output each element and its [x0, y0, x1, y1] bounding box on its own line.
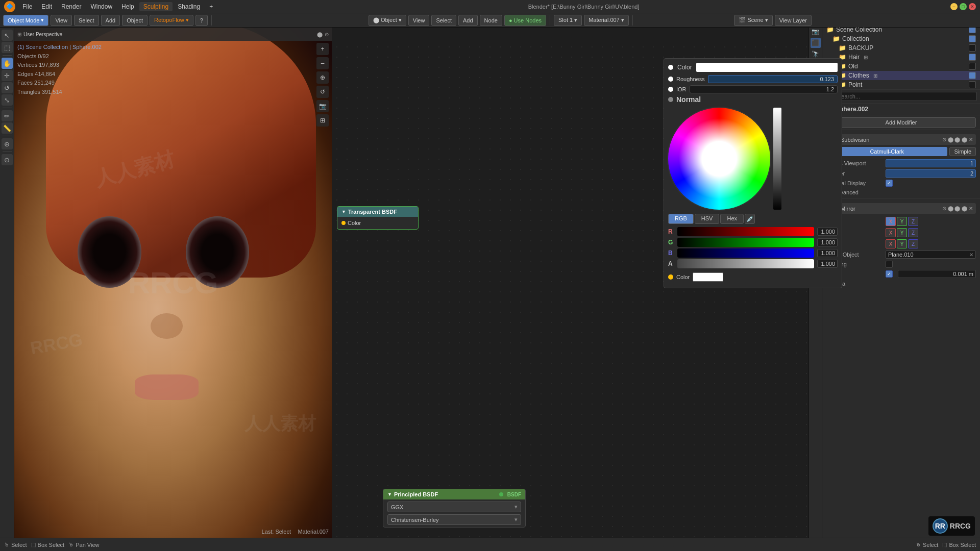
- catmull-clark-button[interactable]: Catmull-Clark: [826, 147, 947, 156]
- menu-window[interactable]: Window: [86, 2, 116, 11]
- tool-cursor[interactable]: ⊙: [2, 154, 13, 165]
- tab-rgb[interactable]: RGB: [668, 214, 694, 224]
- channel-a-bar[interactable]: [677, 259, 814, 268]
- view-menu[interactable]: View: [51, 15, 72, 26]
- menu-sculpting[interactable]: Sculpting: [139, 2, 173, 11]
- pan-btn[interactable]: ⊕: [316, 71, 329, 84]
- collection-hair[interactable]: 📁 Hair ⊞: [822, 53, 980, 62]
- add-btn2[interactable]: Add: [458, 15, 478, 26]
- channel-g-bar[interactable]: [677, 238, 814, 247]
- menu-plus[interactable]: +: [205, 2, 217, 11]
- object-mode-dropdown[interactable]: Object Mode ▾: [3, 15, 48, 26]
- tab-hex[interactable]: Hex: [720, 214, 744, 224]
- bisect-y-btn[interactable]: Y: [897, 228, 907, 237]
- flip-y-btn[interactable]: Y: [897, 239, 907, 248]
- hair-checkbox[interactable]: [969, 54, 976, 61]
- christensen-dropdown[interactable]: Christensen-Burley ▾: [387, 514, 521, 525]
- slot-dropdown[interactable]: Slot 1 ▾: [554, 15, 582, 26]
- axis-y-btn[interactable]: Y: [897, 217, 907, 226]
- object-type-btn[interactable]: ⬤ Object ▾: [369, 15, 406, 26]
- tool-rotate[interactable]: ↺: [2, 82, 13, 93]
- mirror-modifier-header[interactable]: ▾ ⊞ Mirror ⊙ ⬤ ⬤ ⬤ ✕: [826, 203, 976, 214]
- tool-select[interactable]: ↖: [2, 30, 13, 41]
- camera-btn[interactable]: 📷: [316, 100, 329, 112]
- node-editor[interactable]: Color Roughness 0.123 IOR 1.2 Normal: [332, 28, 822, 538]
- select-menu[interactable]: Select: [74, 15, 99, 26]
- help-button[interactable]: ?: [195, 15, 208, 26]
- zoom-in-btn[interactable]: +: [316, 43, 329, 55]
- roughness-value[interactable]: 0.123: [708, 75, 838, 83]
- retopo-flow[interactable]: RetopoFlow ▾: [150, 15, 193, 26]
- prop-view-icon[interactable]: 🔭: [811, 49, 821, 59]
- material-dropdown[interactable]: Material.007 ▾: [584, 15, 629, 26]
- view-layer-dropdown[interactable]: View Layer: [775, 15, 812, 26]
- tab-hsv[interactable]: HSV: [695, 214, 720, 224]
- view-btn2[interactable]: View: [408, 15, 430, 26]
- node-principled-bsdf-socket[interactable]: [499, 492, 503, 496]
- clipping-checkbox[interactable]: [886, 261, 893, 268]
- 3d-viewport[interactable]: RRCG 人人素材 RRCG 人人素材 ⊞ User Perspective ⬤…: [14, 28, 332, 538]
- use-nodes-btn[interactable]: ● Use Nodes: [504, 15, 546, 26]
- prop-output-icon[interactable]: ⬛: [811, 38, 821, 48]
- merge-value[interactable]: 0.001 m: [898, 270, 976, 278]
- orbit-btn[interactable]: ↺: [316, 86, 329, 98]
- merge-checkbox[interactable]: ✓: [886, 270, 893, 278]
- channel-b-bar[interactable]: [677, 248, 814, 258]
- ior-value[interactable]: 1.2: [690, 85, 838, 93]
- blender-logo[interactable]: 🔷: [4, 1, 15, 12]
- tool-move[interactable]: ✛: [2, 70, 13, 81]
- node-principled-bsdf[interactable]: ▼ Principled BSDF BSDF GGX ▾ Christensen…: [383, 489, 526, 528]
- maximize-button[interactable]: □: [960, 3, 967, 10]
- prop-render-icon[interactable]: 📷: [811, 27, 821, 37]
- tool-measure[interactable]: 📏: [2, 122, 13, 134]
- eyedropper-btn[interactable]: 💉: [745, 214, 755, 224]
- old-checkbox[interactable]: [969, 63, 976, 70]
- grid-btn[interactable]: ⊞: [316, 114, 329, 127]
- node-btn[interactable]: Node: [480, 15, 502, 26]
- tool-sculpt[interactable]: ✋: [2, 58, 13, 69]
- bisect-z-btn[interactable]: Z: [908, 228, 918, 237]
- scene-dropdown[interactable]: 🎬 Scene ▾: [734, 15, 772, 26]
- tool-scale[interactable]: ⤡: [2, 94, 13, 106]
- minimize-button[interactable]: –: [950, 3, 958, 10]
- render-value[interactable]: 2: [886, 169, 976, 178]
- select-btn2[interactable]: Select: [431, 15, 456, 26]
- channel-r-bar[interactable]: [677, 227, 814, 236]
- zoom-out-btn[interactable]: –: [316, 57, 329, 69]
- tool-add[interactable]: ⊕: [2, 138, 13, 149]
- optimal-display-checkbox[interactable]: ✓: [886, 180, 893, 187]
- mirror-object-value[interactable]: Plane.010 ✕: [886, 251, 976, 259]
- tool-annotate[interactable]: ✏: [2, 110, 13, 121]
- flip-z-btn[interactable]: Z: [908, 239, 918, 248]
- collection-point[interactable]: 📁 Point: [822, 80, 980, 89]
- collection-old[interactable]: 📁 Old: [822, 62, 980, 71]
- viewport-shading-icon[interactable]: ⬤: [317, 32, 323, 37]
- simple-button[interactable]: Simple: [949, 147, 976, 156]
- menu-shading[interactable]: Shading: [174, 2, 204, 11]
- levels-viewport-value[interactable]: 1: [886, 159, 976, 167]
- color-wheel[interactable]: [668, 108, 770, 210]
- backup-checkbox[interactable]: [969, 44, 976, 52]
- add-menu[interactable]: Add: [101, 15, 120, 26]
- color-preview-swatch[interactable]: [693, 272, 723, 282]
- clothes-checkbox[interactable]: [969, 72, 976, 79]
- ggx-dropdown[interactable]: GGX ▾: [387, 502, 521, 512]
- bisect-x-btn[interactable]: X: [886, 228, 896, 237]
- collection-checkbox[interactable]: [969, 35, 976, 42]
- object-menu[interactable]: Object: [122, 15, 148, 26]
- properties-search-input[interactable]: [835, 92, 977, 101]
- tool-select-box[interactable]: ⬚: [2, 42, 13, 53]
- viewport-overlay-icon[interactable]: ⊙: [325, 32, 329, 37]
- node-transparent-color-socket[interactable]: [341, 221, 346, 225]
- collection-clothes[interactable]: 📁 Clothes ⊞: [822, 71, 980, 80]
- collection-backup[interactable]: 📁 BACKUP: [822, 43, 980, 53]
- axis-x-btn[interactable]: X: [886, 217, 896, 226]
- close-button[interactable]: ✕: [969, 3, 976, 10]
- collection-item[interactable]: 📁 Collection: [822, 34, 980, 43]
- node-transparent-bsdf[interactable]: ▼ Transparent BSDF Color: [337, 206, 419, 230]
- menu-edit[interactable]: Edit: [37, 2, 56, 11]
- subdivision-modifier-header[interactable]: ▾ ⊞ Subdivision ⊙ ⬤ ⬤ ⬤ ✕: [826, 134, 976, 145]
- add-modifier-button[interactable]: Add Modifier: [826, 117, 976, 128]
- flip-x-btn[interactable]: X: [886, 239, 896, 248]
- brightness-slider[interactable]: [773, 108, 781, 210]
